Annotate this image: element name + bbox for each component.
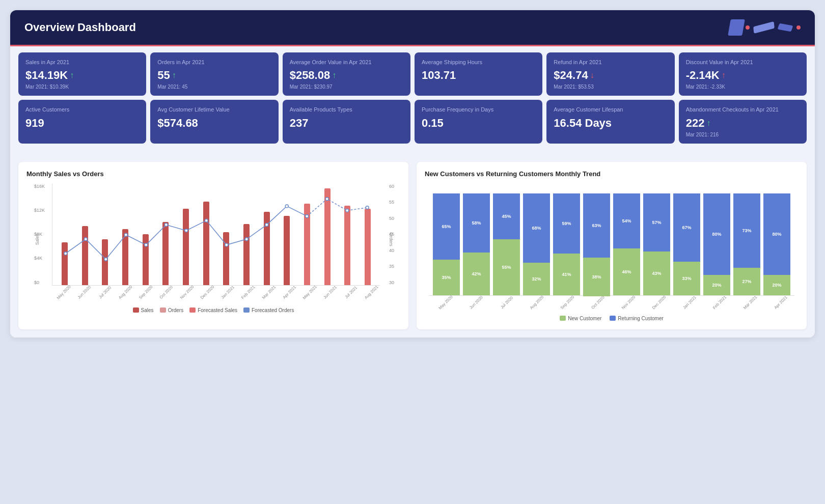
bar-chart-area: $16K $12K $8K $4K $0 60 55 50 45 40 35 3…: [52, 184, 380, 286]
y-label: $0: [34, 280, 45, 285]
bar-rect: [203, 202, 209, 285]
kpi-value-4: 16.54 Days: [554, 117, 667, 130]
kpi-label-5: Discount Value in Apr 2021: [686, 59, 800, 66]
stacked-bar-wrapper: 45%55%: [493, 193, 520, 295]
x-label-chart1: Jun 2021: [321, 283, 339, 301]
stacked-bar-wrapper: 57%43%: [643, 193, 670, 295]
legend-label-fsales: Forecasted Sales: [198, 307, 237, 313]
bar-group: [236, 184, 257, 285]
stacked-bar-new: 35%: [433, 260, 460, 295]
bar-group: [317, 184, 338, 285]
bar-rect: [223, 232, 229, 285]
kpi-card-0: Sales in Apr 2021 $14.19K ↑ Mar 2021: $1…: [18, 52, 146, 96]
x-label-chart1: May 2020: [55, 283, 73, 301]
bar-group: [115, 184, 135, 285]
y-axis-labels: $16K $12K $8K $4K $0: [34, 184, 45, 285]
kpi-sub-5: Mar 2021: -2.33K: [686, 84, 800, 90]
kpi-value-3: 0.15: [422, 117, 535, 130]
stacked-bar-new: 33%: [673, 262, 700, 295]
bar-rect: [243, 224, 250, 285]
arrow-down-icon: ↓: [590, 71, 594, 80]
stacked-bar-new: 46%: [613, 248, 640, 295]
bar-group: [297, 184, 317, 285]
x-label-chart1: Feb 2021: [239, 283, 257, 301]
chart-sales-orders: Monthly Sales vs Orders Sales Orders $16…: [18, 162, 408, 329]
kpi-label-2: Available Products Types: [290, 106, 403, 113]
kpi-card-1: Orders in Apr 2021 55 ↑ Mar 2021: 45: [150, 52, 278, 96]
stacked-bar-returning: 65%: [433, 193, 460, 260]
y-axis-right-labels: 60 55 50 45 40 35 30: [389, 184, 394, 285]
y-label: $12K: [34, 208, 45, 213]
kpi-value-5: -2.14K ↑: [686, 69, 800, 82]
kpi-label-5: Abandonment Checkouts in Apr 2021: [686, 106, 800, 113]
kpi-card-1: Avg Customer Lifetime Value $574.68: [150, 100, 278, 143]
y-right-label: 35: [389, 264, 394, 269]
kpi-label-3: Average Shipping Hours: [422, 59, 535, 66]
legend-sales: Sales: [133, 307, 154, 313]
stacked-chart-area: 65%35%58%42%45%55%68%32%59%41%63%38%54%4…: [429, 184, 794, 296]
kpi-value-4: $24.74 ↓: [554, 69, 667, 82]
stacked-bar-col: 73%27%: [733, 193, 760, 295]
kpi-value-0: $14.19K ↑: [25, 69, 139, 82]
bar-rect: [102, 239, 108, 285]
bar-rect: [324, 188, 331, 285]
stacked-bar-col: 57%43%: [643, 193, 670, 295]
kpi-section: Sales in Apr 2021 $14.19K ↑ Mar 2021: $1…: [10, 46, 815, 154]
kpi-card-3: Average Shipping Hours 103.71: [415, 52, 542, 96]
stacked-bar-new: 27%: [733, 268, 760, 295]
x-label-chart1: Dec 2020: [199, 283, 216, 301]
bar-rect: [284, 216, 290, 285]
bar-rect: [122, 229, 128, 285]
chart2-title: New Customers vs Returning Customers Mon…: [425, 170, 799, 178]
bar-rect: [183, 209, 189, 285]
kpi-label-0: Sales in Apr 2021: [25, 59, 139, 66]
stacked-bar-returning: 59%: [553, 193, 580, 254]
bar-rect: [264, 212, 270, 285]
stacked-bar-returning: 58%: [463, 193, 490, 253]
x-label-chart1: Jul 2021: [342, 283, 360, 301]
bar-group: [257, 184, 277, 285]
stacked-bar-col: 68%32%: [523, 193, 550, 295]
kpi-sub-2: Mar 2021: $230.97: [290, 84, 403, 90]
y-right-label: 30: [389, 280, 394, 285]
stacked-bar-col: 54%46%: [613, 193, 640, 295]
x-label-chart1: Aug 2021: [363, 283, 380, 301]
kpi-value-2: $258.08 ↑: [290, 69, 403, 82]
kpi-value-0: 919: [25, 117, 139, 130]
x-label-chart1: Oct 2020: [157, 283, 175, 301]
kpi-value-2: 237: [290, 117, 403, 130]
legend-label-forders: Forecasted Orders: [252, 307, 294, 313]
chart1-title: Monthly Sales vs Orders: [26, 170, 400, 178]
logo-dot2: [796, 25, 801, 30]
bar-group: [155, 184, 176, 285]
kpi-sub-4: Mar 2021: $53.53: [554, 84, 667, 90]
chart-customers-trend: New Customers vs Returning Customers Mon…: [417, 162, 807, 329]
x-label-chart1: Nov 2020: [178, 283, 196, 301]
legend-orders: Orders: [160, 307, 184, 313]
x-labels-chart2: May 2020Jun 2020Jul 2020Aug 2020Sep 2020…: [429, 297, 794, 305]
logo-dot: [746, 25, 750, 30]
arrow-up-red-icon: ↑: [722, 71, 726, 80]
stacked-bar-col: 65%35%: [433, 193, 460, 295]
arrow-up-icon: ↑: [332, 71, 336, 80]
stacked-bar-returning: 80%: [763, 193, 790, 275]
bar-rect: [62, 242, 68, 285]
x-label-chart1: Jan 2021: [219, 283, 237, 301]
stacked-bar-wrapper: 65%35%: [433, 193, 460, 295]
bar-rect: [365, 209, 371, 285]
dashboard-header: Overview Dashboard: [10, 10, 815, 46]
logo-shape1: [728, 19, 745, 36]
y-label: $4K: [34, 256, 45, 261]
bar-group: [75, 184, 95, 285]
bar-group: [338, 184, 358, 285]
stacked-bar-wrapper: 67%33%: [673, 193, 700, 295]
x-label-chart1: Sep 2020: [137, 283, 155, 301]
stacked-bar-new: 41%: [553, 254, 580, 295]
y-right-label: 40: [389, 248, 394, 253]
legend-label-orders: Orders: [168, 307, 184, 313]
kpi-label-3: Purchase Frequency in Days: [422, 106, 535, 113]
stacked-bar-col: 45%55%: [493, 193, 520, 295]
kpi-label-0: Active Customers: [25, 106, 139, 113]
stacked-bar-new: 20%: [763, 275, 790, 295]
stacked-bar-wrapper: 73%27%: [733, 193, 760, 295]
